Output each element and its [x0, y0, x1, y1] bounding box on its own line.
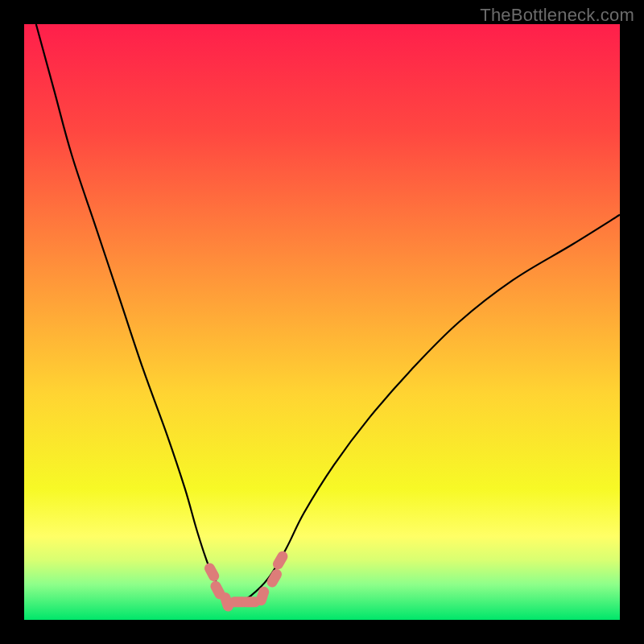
bottleneck-curve	[24, 24, 620, 620]
marker-point	[203, 561, 221, 583]
chart-frame: TheBottleneck.com	[0, 0, 644, 644]
watermark-text: TheBottleneck.com	[480, 5, 634, 26]
plot-area	[24, 24, 620, 620]
curve-line	[36, 24, 620, 603]
marker-point	[271, 549, 290, 571]
curve-markers	[203, 549, 290, 613]
